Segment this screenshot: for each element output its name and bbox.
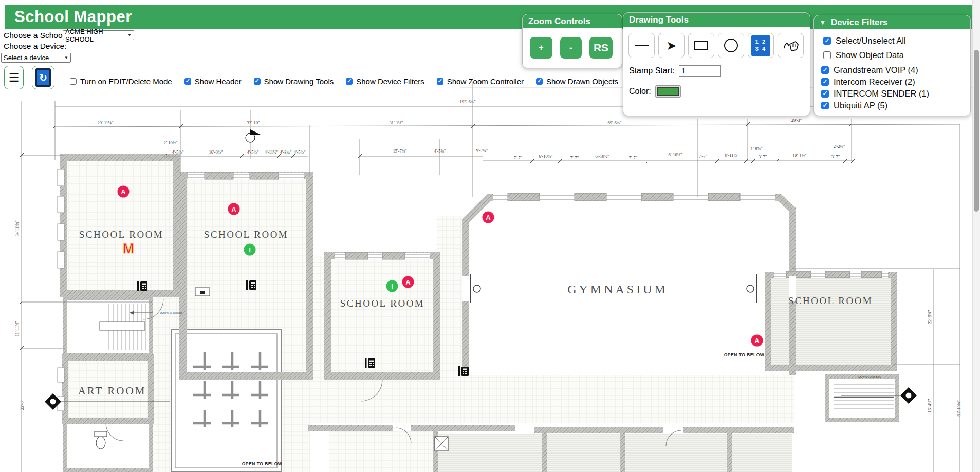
show-device-filters-checkbox[interactable] xyxy=(346,78,353,85)
dimension-label: 15'-7½" xyxy=(393,148,407,154)
zoom-controls-header[interactable]: Zoom Controls xyxy=(523,14,622,28)
dimension-label: 22'-0" xyxy=(20,400,25,410)
dimension-label: 6'-10½" xyxy=(596,154,609,159)
voip-phone-icon[interactable] xyxy=(365,358,375,368)
intercom-receiver-checkbox[interactable] xyxy=(821,78,829,86)
dimension-label: 7'-7" xyxy=(570,155,579,160)
ubiquiti-ap-marker[interactable]: A xyxy=(483,212,494,223)
school-select-value: ACME HIGH SCHOOL xyxy=(65,28,125,43)
room-label: GYMNASIUM xyxy=(567,282,668,296)
arrow-icon: ➤ xyxy=(666,40,676,52)
voip-phone-icon[interactable] xyxy=(458,366,469,376)
show-drawn-objects-checkbox[interactable] xyxy=(536,78,543,85)
rectangle-icon xyxy=(694,41,708,50)
zoom-reset-button[interactable]: RS xyxy=(589,37,613,59)
voip-phone-icon[interactable] xyxy=(137,281,147,291)
zoom-in-button[interactable]: + xyxy=(530,37,552,59)
svg-text:A: A xyxy=(486,214,491,221)
select-all-label: Select/Unselect All xyxy=(836,36,906,46)
number-stamp-tool-button[interactable]: 1 2 3 4 xyxy=(748,33,774,58)
ubiquiti-ap-marker[interactable]: A xyxy=(751,335,763,347)
circle-tool-button[interactable] xyxy=(718,33,744,58)
grandstream-voip-label: Grandstream VOIP (4) xyxy=(834,65,918,75)
toolbar-checkbox-row: Turn on EDIT/Delete Mode Show Header Sho… xyxy=(70,77,618,86)
intercom-sender-checkbox[interactable] xyxy=(821,90,829,98)
voip-phone-icon[interactable] xyxy=(246,280,256,290)
show-device-filters-toggle[interactable]: Show Device Filters xyxy=(346,77,424,86)
filter-intercom-sender[interactable]: INTERCOM SENDER (1) xyxy=(821,89,970,99)
menu-button[interactable]: ☰ xyxy=(4,66,24,89)
drawing-tools-title: Drawing Tools xyxy=(629,15,689,25)
stamp-start-input[interactable] xyxy=(679,65,721,77)
edit-mode-toggle[interactable]: Turn on EDIT/Delete Mode xyxy=(70,77,172,86)
show-header-toggle[interactable]: Show Header xyxy=(184,77,242,86)
intercom-sender-label: INTERCOM SENDER (1) xyxy=(834,89,929,99)
line-tool-button[interactable] xyxy=(628,33,655,58)
intercom-receiver-marker[interactable]: I xyxy=(244,244,256,256)
edit-mode-checkbox[interactable] xyxy=(70,78,77,85)
school-mapper-app: 193'-6¼"29'-11⅛"32'-10"31'-1½"69'-6¼"29'… xyxy=(0,0,980,472)
scrollbar-thumb[interactable] xyxy=(974,50,979,212)
dimension-label: 3'-7" xyxy=(831,154,840,159)
show-drawn-objects-toggle[interactable]: Show Drawn Objects xyxy=(536,77,618,86)
drawing-tools-header[interactable]: Drawing Tools xyxy=(623,13,810,27)
dimension-label: 193'-6¼" xyxy=(459,99,475,104)
freehand-paint-tool-button[interactable] xyxy=(778,33,804,58)
show-device-filters-label: Show Device Filters xyxy=(356,77,424,86)
vertical-scrollbar[interactable] xyxy=(972,0,980,472)
show-object-data-checkbox[interactable] xyxy=(823,51,831,59)
select-all-toggle[interactable]: Select/Unselect All xyxy=(821,36,970,46)
collapse-icon[interactable]: ▼ xyxy=(820,19,826,26)
ubiquiti-ap-marker[interactable]: A xyxy=(228,203,240,215)
intercom-receiver-marker[interactable]: I xyxy=(386,280,398,292)
color-label: Color: xyxy=(629,87,651,96)
dimension-label: 4'-11½" xyxy=(265,149,279,155)
device-filters-title: Device Filters xyxy=(831,17,888,28)
show-header-checkbox[interactable] xyxy=(184,78,191,85)
show-header-label: Show Header xyxy=(195,77,242,86)
svg-text:A: A xyxy=(121,188,126,196)
edit-mode-label: Turn on EDIT/Delete Mode xyxy=(80,77,172,86)
arrow-tool-button[interactable]: ➤ xyxy=(658,33,685,58)
show-zoom-controller-label: Show Zoom Controller xyxy=(447,77,524,86)
filter-grandstream-voip[interactable]: Grandstream VOIP (4) xyxy=(821,65,970,75)
show-object-data-toggle[interactable]: Show Object Data xyxy=(821,50,970,60)
select-all-checkbox[interactable] xyxy=(823,37,831,45)
dimension-label: 1'-8⅝" xyxy=(751,146,763,152)
device-filters-header[interactable]: ▼ Device Filters xyxy=(814,15,970,29)
filter-ubiquiti-ap[interactable]: Ubiquiti AP (5) xyxy=(821,101,970,110)
svg-text:A: A xyxy=(231,205,236,213)
ubiquiti-ap-label: Ubiquiti AP (5) xyxy=(834,101,887,110)
zoom-controls-title: Zoom Controls xyxy=(528,16,590,27)
filter-intercom-receiver[interactable]: Intercom Receiver (2) xyxy=(821,77,970,87)
dimension-label: 2'-10½" xyxy=(164,140,178,145)
school-select[interactable]: ACME HIGH SCHOOL ▼ xyxy=(63,30,134,40)
dimension-label: 16'-0½" xyxy=(209,149,223,155)
show-drawing-tools-toggle[interactable]: Show Drawing Tools xyxy=(254,77,334,86)
refresh-button[interactable]: ↻ xyxy=(32,66,54,89)
svg-text:M: M xyxy=(123,241,135,256)
number-stamp-icon: 1 2 3 4 xyxy=(751,35,770,56)
svg-text:I: I xyxy=(249,246,251,254)
grandstream-voip-checkbox[interactable] xyxy=(821,66,829,74)
dimension-label: 4'-5½" xyxy=(294,149,306,155)
ubiquiti-ap-checkbox[interactable] xyxy=(821,102,829,109)
zoom-out-button[interactable]: - xyxy=(560,37,582,59)
room-label: ART ROOM xyxy=(78,385,146,397)
dimension-label: 61'-10⅝" xyxy=(956,400,961,416)
show-zoom-controller-toggle[interactable]: Show Zoom Controller xyxy=(437,77,524,86)
rectangle-tool-button[interactable] xyxy=(688,33,714,58)
device-select[interactable]: Select a device ▼ xyxy=(1,53,71,63)
dimension-label: 6'-10½" xyxy=(669,152,682,157)
drawing-tools-panel: Drawing Tools ➤ 1 2 3 4 xyxy=(623,12,810,116)
show-zoom-controller-checkbox[interactable] xyxy=(437,78,443,85)
intercom-sender-marker[interactable]: M xyxy=(123,241,135,256)
dimension-label: DOWN 15 RISERS xyxy=(858,375,881,379)
ubiquiti-ap-marker[interactable]: A xyxy=(402,276,414,288)
show-drawing-tools-checkbox[interactable] xyxy=(254,78,261,85)
circle-icon xyxy=(724,39,738,52)
dimension-label: 29'-3" xyxy=(791,118,802,123)
ubiquiti-ap-marker[interactable]: A xyxy=(118,186,130,198)
dimension-label: 16'-4½" xyxy=(927,399,932,413)
color-picker[interactable] xyxy=(655,85,681,98)
